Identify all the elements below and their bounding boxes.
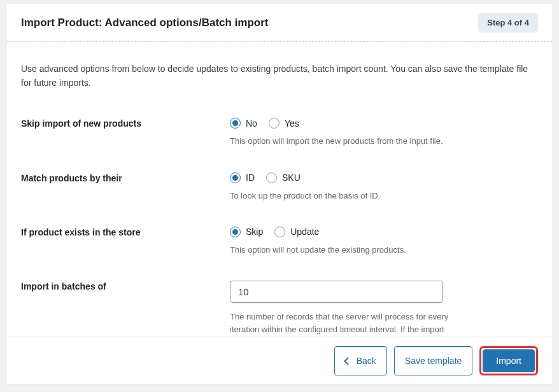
- page-title: Import Product: Advanced options/Batch i…: [21, 17, 269, 29]
- radio-group-skip-new: No Yes: [230, 118, 538, 129]
- radio-icon: [274, 227, 285, 237]
- radio-icon: [230, 227, 241, 237]
- field-controls: The number of records that the server wi…: [230, 281, 538, 337]
- panel-header: Import Product: Advanced options/Batch i…: [7, 4, 552, 42]
- import-panel: Import Product: Advanced options/Batch i…: [7, 4, 552, 384]
- radio-group-if-exists: Skip Update: [230, 227, 538, 237]
- radio-label: Skip: [246, 227, 263, 237]
- chevron-left-icon: [344, 357, 352, 365]
- import-button[interactable]: Import: [483, 349, 535, 372]
- radio-label: SKU: [282, 172, 301, 183]
- radio-option-update[interactable]: Update: [274, 227, 319, 237]
- radio-icon: [266, 172, 277, 183]
- radio-label: ID: [246, 172, 255, 183]
- field-skip-new-products: Skip import of new products No Yes This …: [21, 118, 538, 148]
- radio-label: Yes: [285, 118, 299, 129]
- field-controls: No Yes This option will import the new p…: [230, 118, 538, 148]
- import-button-highlight: Import: [479, 346, 538, 375]
- button-label: Save template: [405, 356, 462, 366]
- radio-option-yes[interactable]: Yes: [269, 118, 299, 129]
- field-batches: Import in batches of The number of recor…: [21, 281, 538, 337]
- field-label: Skip import of new products: [21, 118, 230, 129]
- save-template-button[interactable]: Save template: [394, 346, 473, 375]
- batches-input[interactable]: [230, 281, 443, 303]
- radio-label: No: [246, 118, 257, 129]
- radio-icon: [269, 118, 280, 129]
- help-text: The number of records that the server wi…: [230, 311, 459, 337]
- back-button[interactable]: Back: [334, 346, 387, 375]
- radio-option-skip[interactable]: Skip: [230, 227, 263, 237]
- step-indicator: Step 4 of 4: [478, 13, 538, 32]
- radio-option-no[interactable]: No: [230, 118, 257, 129]
- button-label: Back: [357, 356, 376, 366]
- radio-option-id[interactable]: ID: [230, 172, 255, 183]
- button-label: Import: [496, 356, 521, 366]
- field-label: Match products by their: [21, 172, 230, 183]
- help-text: This option will import the new products…: [230, 135, 459, 148]
- radio-icon: [230, 172, 241, 183]
- field-controls: Skip Update This option will not update …: [230, 227, 538, 256]
- field-label: Import in batches of: [21, 281, 230, 291]
- radio-option-sku[interactable]: SKU: [266, 172, 301, 183]
- radio-label: Update: [290, 227, 319, 237]
- field-match-by: Match products by their ID SKU To look u…: [21, 172, 538, 202]
- radio-group-match-by: ID SKU: [230, 172, 538, 183]
- help-text: To look up the product on the basis of I…: [230, 190, 459, 202]
- description-text: Use advanced options from below to decid…: [21, 62, 538, 90]
- field-label: If product exists in the store: [21, 227, 230, 237]
- field-if-exists: If product exists in the store Skip Upda…: [21, 227, 538, 256]
- radio-icon: [230, 118, 241, 129]
- panel-content: Use advanced options from below to decid…: [7, 42, 552, 337]
- field-controls: ID SKU To look up the product on the bas…: [230, 172, 538, 202]
- help-text: This option will not update the existing…: [230, 244, 459, 256]
- panel-footer: Back Save template Import: [7, 337, 552, 384]
